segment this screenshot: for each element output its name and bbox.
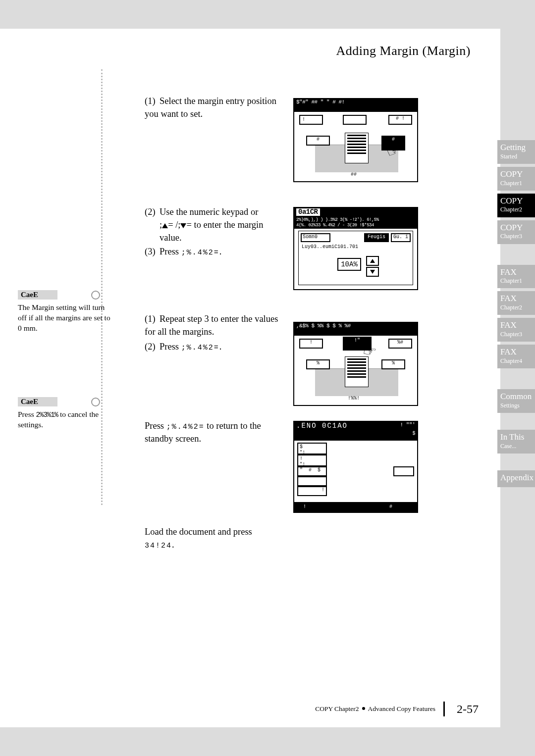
step-7: Load the document and press 34!24.	[145, 526, 283, 552]
lcd-screen-2: 0a1CR 2%)0%,),) ) ).3%2 3(% -!2'). 6!,5%…	[293, 207, 418, 290]
lcd-button[interactable]: #	[306, 136, 330, 146]
tab-fax-ch2[interactable]: FAXChapter2	[497, 291, 535, 315]
footer-breadcrumb: COPY Chapter2 Advanced Copy Features	[315, 705, 435, 713]
note-1-text: The Margin setting will turn off if all …	[18, 302, 111, 334]
list-row[interactable]: " # $	[297, 466, 327, 476]
lcd-footer-label: !	[303, 504, 306, 509]
up-arrow-button[interactable]	[366, 256, 379, 266]
page: Adding Margin (Margin) CaeE The Margin s…	[0, 29, 500, 727]
lcd-button[interactable]	[343, 115, 367, 125]
tab-copy-ch1[interactable]: COPYChapter1	[497, 167, 535, 191]
list-row[interactable]	[297, 476, 327, 486]
note-circle-icon	[91, 398, 100, 406]
step-6: Press ;%.4%2= to return to the standby s…	[145, 420, 283, 446]
tab-copy-ch3[interactable]: COPYChapter3	[497, 220, 535, 244]
down-triangle-icon	[180, 223, 186, 228]
divider-dotted	[101, 69, 103, 505]
lcd-range-label: Luy03..eumiC101.701	[302, 244, 358, 250]
list-row[interactable]: $"!	[297, 443, 327, 454]
tab-fax-ch4[interactable]: FAXChapter4	[497, 345, 535, 368]
lcd-button[interactable]: %#	[388, 339, 412, 349]
lcd-button[interactable]: %	[306, 359, 330, 369]
list-value[interactable]	[393, 466, 414, 476]
note-2-text: Press 2%3%1% to cancel the settings.	[18, 409, 111, 430]
lcd-header: $"#" ## " " # #!	[294, 98, 417, 112]
note-1: CaeE The Margin setting will turn off if…	[18, 290, 115, 334]
footer: COPY Chapter2 Advanced Copy Features 2-5…	[315, 702, 479, 716]
lcd-footer-label: #	[389, 504, 392, 509]
tab-getting-started[interactable]: GettingStarted	[497, 140, 535, 164]
down-arrow-button[interactable]	[366, 267, 379, 277]
tab-in-this-case[interactable]: In ThisCase...	[497, 430, 535, 454]
lcd-header: .ENO 0C1AO ! ""' $	[294, 421, 417, 441]
page-number: 2-57	[457, 703, 479, 716]
lcd-button[interactable]: !	[299, 339, 323, 349]
lcd-button[interactable]: !	[299, 115, 323, 125]
note-label: CaeE	[18, 290, 57, 300]
document-icon	[345, 356, 369, 387]
list-row[interactable]: !	[297, 486, 327, 496]
lcd-tab[interactable]: Somn0	[301, 233, 330, 242]
lcd-header: 0a1CR 2%)0%,),) ) ).3%2 3(% -!2'). 6!,5%…	[294, 207, 417, 229]
lcd-screen-3: ,&$% $ %% $ $ % %# ! !" %# ☞ % % !%%!	[293, 322, 418, 406]
step-5: (2)Press ;%.4%2=.	[145, 341, 283, 353]
lcd-value-display: 10A%	[337, 258, 361, 271]
step-4: (1)Repeat step 3 to enter the values for…	[145, 313, 283, 339]
bullet-icon	[362, 707, 365, 710]
lcd-tab[interactable]: Gu. i	[391, 233, 411, 242]
note-label: CaeE	[18, 397, 57, 406]
tab-copy-ch2[interactable]: COPYChapter2	[497, 194, 535, 217]
tab-fax-ch3[interactable]: FAXChapter3	[497, 318, 535, 342]
tab-fax-ch1[interactable]: FAXChapter1	[497, 265, 535, 289]
note-circle-icon	[91, 291, 100, 300]
tab-appendix[interactable]: Appendix	[497, 470, 535, 488]
tab-common-settings[interactable]: CommonSettings	[497, 389, 535, 413]
step-2: (2)Use the numeric keypad or ;= /;= to e…	[145, 206, 283, 245]
page-title: Adding Margin (Margin)	[336, 44, 471, 58]
step-3: (3)Press ;%.4%2=.	[145, 246, 283, 258]
lcd-screen-1: $"#" ## " " # #! ! # ! # # ☞ ##	[293, 98, 418, 182]
lcd-button[interactable]: %	[381, 359, 405, 369]
lcd-button[interactable]: # !	[388, 115, 412, 125]
lcd-label: ##	[351, 172, 357, 177]
note-2: CaeE Press 2%3%1% to cancel the settings…	[18, 397, 115, 430]
document-icon	[345, 133, 369, 163]
lcd-tab-selected[interactable]: Feugis	[364, 233, 389, 242]
step-1: (1)Select the margin entry position you …	[145, 95, 283, 121]
chapter-tabs: GettingStarted COPYChapter1 COPYChapter2…	[497, 140, 535, 487]
footer-separator	[443, 702, 445, 716]
lcd-screen-4: .ENO 0C1AO ! ""' $ $"! !"! " # $ !	[293, 421, 418, 513]
lcd-label: !%%!	[348, 396, 360, 401]
lcd-header: ,&$% $ %% $ $ % %#	[294, 322, 417, 336]
list-row[interactable]: !"!	[297, 454, 327, 466]
up-triangle-icon	[162, 223, 168, 228]
